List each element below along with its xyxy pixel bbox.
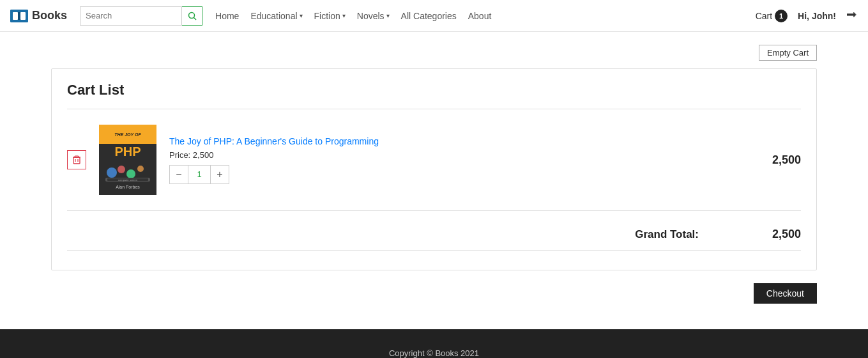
delete-item-button[interactable]: [67, 150, 86, 169]
divider-bottom: [67, 250, 801, 251]
quantity-decrease-button[interactable]: −: [170, 166, 188, 183]
book-cover-image: THE JOY OF PHP computer screen Alan Forb…: [99, 125, 156, 195]
footer: Copyright © Books 2021 Developed By: ore…: [0, 329, 868, 358]
svg-rect-6: [73, 157, 80, 164]
brand-label: Books: [32, 9, 67, 22]
empty-cart-row: Empty Cart: [51, 45, 817, 61]
svg-point-4: [188, 12, 194, 18]
grand-total-label: Grand Total:: [635, 228, 699, 241]
search-input[interactable]: [80, 6, 182, 26]
cart-badge[interactable]: Cart 1: [756, 10, 788, 22]
quantity-increase-button[interactable]: +: [211, 166, 229, 183]
checkout-row: Checkout: [51, 283, 817, 304]
nav-right: Cart 1 Hi, John! ⮕: [756, 9, 858, 22]
svg-rect-3: [18, 12, 20, 20]
svg-rect-1: [13, 12, 18, 20]
svg-rect-2: [20, 12, 26, 20]
svg-point-13: [126, 169, 135, 178]
cart-title: Cart List: [67, 82, 801, 98]
nav-all-categories[interactable]: All Categories: [401, 11, 457, 21]
logout-icon[interactable]: ⮕: [846, 9, 858, 22]
navbar: Books Home Educational ▾ Fiction ▾ Novel…: [0, 0, 868, 32]
quantity-control: − 1 +: [169, 165, 229, 184]
grand-total-row: Grand Total: 2,500: [67, 217, 801, 244]
main-content: Empty Cart Cart List THE JOY OF PHP: [0, 32, 868, 329]
empty-cart-button[interactable]: Empty Cart: [759, 45, 817, 61]
svg-point-14: [137, 166, 144, 172]
divider-top: [67, 109, 801, 109]
price-value: 2,500: [193, 150, 214, 160]
brand-icon: [10, 10, 28, 22]
svg-text:computer screen: computer screen: [118, 178, 137, 182]
search-button[interactable]: [182, 6, 202, 26]
book-title-link[interactable]: The Joy of PHP: A Beginner's Guide to Pr…: [169, 136, 737, 146]
book-price: Price: 2,500: [169, 150, 737, 160]
search-form: [80, 6, 202, 26]
book-cover-art: computer screen: [102, 160, 153, 184]
brand-logo[interactable]: Books: [10, 9, 67, 22]
grand-total-value: 2,500: [750, 228, 801, 241]
nav-links: Home Educational ▾ Fiction ▾ Novels ▾ Al…: [215, 11, 756, 21]
nav-about[interactable]: About: [468, 11, 492, 21]
checkout-button[interactable]: Checkout: [754, 283, 817, 304]
nav-home[interactable]: Home: [215, 11, 239, 21]
cart-count: 1: [775, 10, 788, 22]
user-greeting: Hi, John!: [798, 11, 836, 21]
svg-point-11: [107, 167, 117, 178]
table-row: THE JOY OF PHP computer screen Alan Forb…: [67, 116, 801, 204]
cart-box: Cart List THE JOY OF PHP: [51, 68, 817, 270]
item-total: 2,500: [750, 153, 801, 167]
svg-point-12: [118, 166, 125, 173]
nav-fiction[interactable]: Fiction ▾: [314, 11, 346, 21]
footer-copyright: Copyright © Books 2021: [10, 348, 858, 358]
price-label: Price:: [169, 150, 190, 160]
book-details: The Joy of PHP: A Beginner's Guide to Pr…: [169, 136, 737, 184]
search-icon: [188, 12, 197, 20]
nav-educational[interactable]: Educational ▾: [250, 11, 302, 21]
trash-icon: [73, 155, 80, 164]
nav-novels[interactable]: Novels ▾: [357, 11, 390, 21]
divider-middle: [67, 210, 801, 211]
cart-label: Cart: [756, 11, 772, 21]
quantity-value: 1: [188, 166, 211, 183]
chevron-down-icon: ▾: [342, 12, 346, 19]
chevron-down-icon: ▾: [300, 12, 303, 19]
chevron-down-icon: ▾: [386, 12, 390, 19]
svg-line-5: [194, 17, 196, 20]
